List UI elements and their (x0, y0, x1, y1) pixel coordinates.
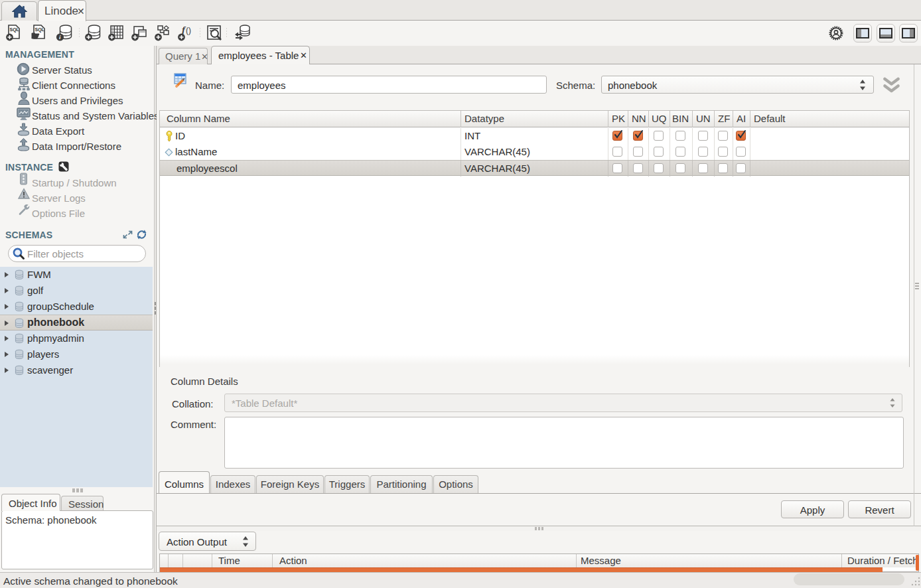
svg-text:(): () (186, 26, 191, 35)
svg-text:SQL: SQL (10, 27, 20, 33)
svg-text:SQL: SQL (35, 27, 45, 33)
